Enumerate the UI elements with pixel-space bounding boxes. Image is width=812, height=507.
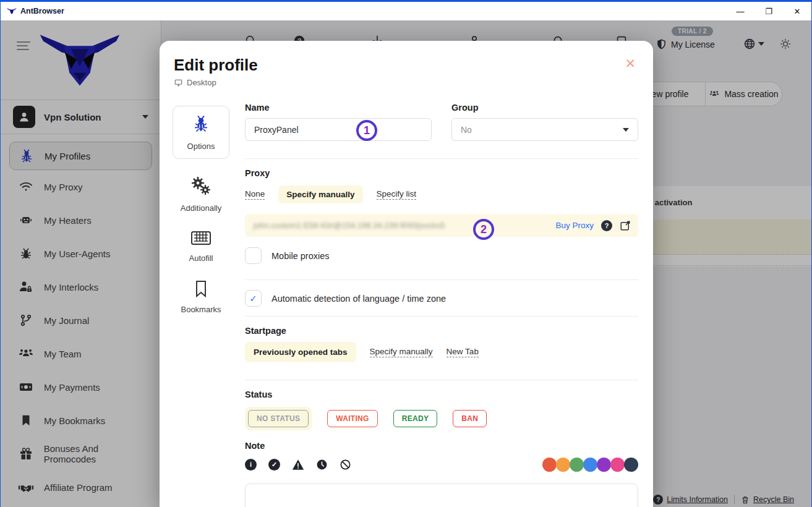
modal-tab-column: Options Additionally Autofill (173, 106, 229, 314)
tab-additionally[interactable]: Additionally (173, 176, 229, 213)
note-textarea[interactable] (245, 484, 638, 507)
autodetect-checkbox[interactable]: ✓ (245, 290, 262, 307)
annotation-1: 1 (356, 120, 377, 141)
mobile-proxies-checkbox[interactable] (245, 247, 262, 264)
mobile-proxies-label: Mobile proxies (271, 251, 330, 261)
divider (245, 380, 638, 380)
startpage-option-previous[interactable]: Previously opened tabs (245, 342, 356, 362)
window-titlebar: AntBrowser — ❐ ✕ (1, 2, 811, 20)
bookmark-outline-icon (194, 280, 208, 297)
color-dot-blue[interactable] (583, 458, 597, 472)
status-label: Status (245, 390, 638, 399)
autodetect-label: Automatic detection of language / time z… (271, 294, 446, 304)
edit-profile-modal: ✕ Edit profile Desktop Options (160, 41, 653, 507)
tab-label: Autofill (189, 254, 213, 263)
group-value: No (461, 125, 472, 135)
startpage-option-specify-manually[interactable]: Specify manually (370, 347, 433, 357)
status-no-status-selected: NO STATUS (245, 407, 312, 430)
proxy-option-none[interactable]: None (245, 189, 265, 200)
divider (245, 316, 638, 317)
buy-proxy-link[interactable]: Buy Proxy (555, 221, 594, 230)
note-color-palette (543, 458, 638, 472)
divider (245, 158, 638, 159)
color-dot-navy[interactable] (624, 458, 638, 472)
window-maximize-button[interactable]: ❐ (754, 2, 783, 20)
name-input[interactable] (245, 118, 432, 141)
color-dot-orange[interactable] (556, 458, 570, 472)
startpage-label: Startpage (245, 326, 638, 336)
proxy-option-specify-list[interactable]: Specify list (377, 189, 417, 200)
app-logo-icon (7, 7, 17, 15)
status-no-status-button[interactable]: NO STATUS (248, 410, 309, 427)
annotation-2: 2 (473, 219, 494, 240)
monitor-icon (174, 79, 183, 87)
tab-options[interactable]: Options (173, 106, 229, 159)
status-ban-button[interactable]: BAN (453, 410, 487, 427)
color-dot-purple[interactable] (597, 458, 611, 472)
startpage-option-new-tab[interactable]: New Tab (447, 347, 479, 357)
color-dot-pink[interactable] (610, 458, 625, 472)
note-blocked-icon[interactable] (340, 459, 351, 471)
app-title: AntBrowser (20, 7, 64, 15)
proxy-label: Proxy (245, 168, 638, 178)
note-check-icon[interactable]: ✓ (268, 459, 280, 471)
modal-close-icon[interactable]: ✕ (625, 57, 636, 70)
tab-autofill[interactable]: Autofill (173, 230, 229, 263)
group-select[interactable]: No (451, 118, 638, 141)
device-type: Desktop (174, 78, 216, 87)
group-label: Group (451, 103, 638, 113)
divider (245, 279, 638, 280)
edit-proxy-icon[interactable] (620, 220, 631, 231)
name-label: Name (245, 103, 432, 113)
device-label: Desktop (187, 78, 216, 87)
ant-icon (192, 114, 210, 133)
note-clock-icon[interactable] (316, 459, 328, 471)
tab-label: Bookmarks (181, 305, 221, 314)
gears-icon (190, 176, 212, 196)
modal-form: Name Group No Proxy None Specify manuall… (245, 103, 638, 507)
proxy-help-icon[interactable]: ? (601, 220, 612, 231)
note-info-icon[interactable]: i (245, 459, 257, 471)
color-dot-red[interactable] (542, 458, 557, 472)
window-close-button[interactable]: ✕ (783, 2, 811, 20)
tab-label: Options (187, 142, 215, 151)
tab-bookmarks[interactable]: Bookmarks (173, 280, 229, 314)
status-waiting-button[interactable]: WAITING (327, 410, 377, 427)
proxy-option-specify-manually[interactable]: Specify manually (278, 185, 362, 203)
proxy-value: john.custom1:E58:43#@154.198.34.239:9093… (254, 221, 445, 230)
color-dot-green[interactable] (570, 458, 584, 472)
status-ready-button[interactable]: READY (393, 410, 438, 427)
modal-title: Edit profile (174, 56, 258, 75)
proxy-value-box[interactable]: john.custom1:E58:43#@154.198.34.239:9093… (245, 214, 638, 237)
note-warning-icon[interactable] (292, 459, 304, 471)
chevron-down-icon (623, 128, 629, 132)
keyboard-icon (190, 230, 212, 246)
tab-label: Additionally (181, 203, 222, 213)
window-minimize-button[interactable]: — (726, 2, 754, 20)
note-label: Note (245, 441, 638, 451)
